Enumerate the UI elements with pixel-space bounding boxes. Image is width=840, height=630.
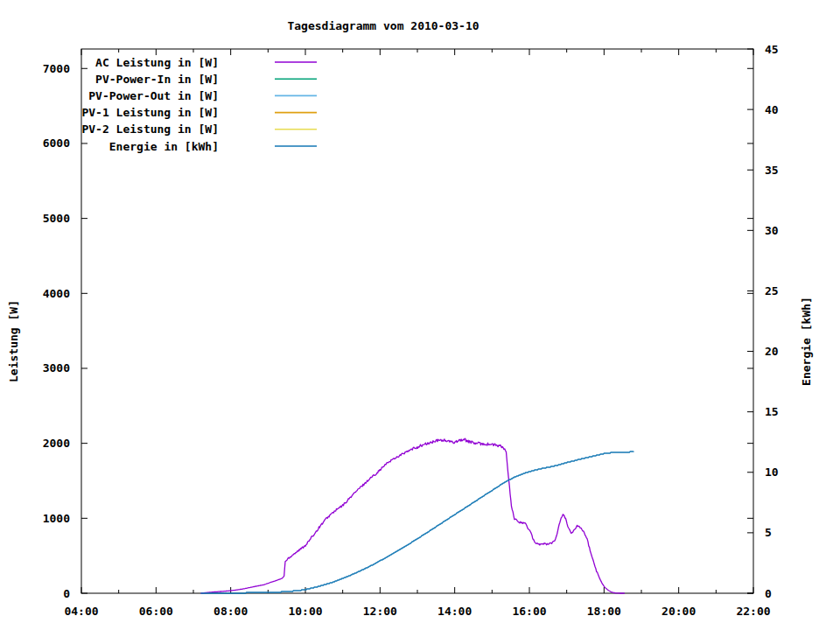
legend-label: PV-Power-In in [W] <box>95 73 219 86</box>
legend-label: PV-2 Leistung in [W] <box>81 122 219 136</box>
y-tick-label: 1000 <box>43 512 70 525</box>
y2-tick-label: 15 <box>765 405 779 418</box>
y2-tick-label: 20 <box>765 345 779 358</box>
y2-tick-label: 0 <box>765 587 772 600</box>
y-tick-label: 4000 <box>43 287 70 300</box>
y-tick-label: 3000 <box>43 361 70 374</box>
x-tick-label: 04:00 <box>64 605 98 618</box>
y2-tick-label: 25 <box>765 284 779 298</box>
legend-label: Energie in [kWh] <box>109 140 219 153</box>
y2-tick-label: 45 <box>765 43 779 56</box>
legend-label: PV-1 Leistung in [W] <box>81 106 219 119</box>
series-line-ac-leistung <box>201 438 625 593</box>
x-tick-label: 20:00 <box>662 605 696 618</box>
plot-area: 04:0006:0008:0010:0012:0014:0016:0018:00… <box>0 0 840 630</box>
y-tick-label: 6000 <box>43 136 70 150</box>
series-line-energie <box>201 452 634 593</box>
y2-tick-label: 5 <box>765 526 772 539</box>
y-tick-label: 2000 <box>43 437 70 450</box>
x-tick-label: 16:00 <box>512 605 546 618</box>
legend-label: PV-Power-Out in [W] <box>88 89 219 102</box>
x-tick-label: 22:00 <box>736 605 770 618</box>
y2-tick-label: 35 <box>765 164 779 177</box>
y-tick-label: 7000 <box>43 62 70 75</box>
x-tick-label: 18:00 <box>587 605 621 618</box>
y2-tick-label: 30 <box>765 224 779 237</box>
chart-canvas: Tagesdiagramm vom 2010-03-10 Leistung [W… <box>0 0 840 630</box>
y2-tick-label: 10 <box>765 466 779 479</box>
x-tick-label: 12:00 <box>363 605 397 618</box>
y2-tick-label: 40 <box>765 103 779 116</box>
x-tick-label: 14:00 <box>438 605 472 618</box>
y-tick-label: 0 <box>63 587 70 600</box>
x-tick-label: 10:00 <box>288 605 322 618</box>
x-tick-label: 06:00 <box>139 605 173 618</box>
x-tick-label: 08:00 <box>214 605 248 618</box>
legend-label: AC Leistung in [W] <box>95 56 219 69</box>
y-tick-label: 5000 <box>43 212 70 225</box>
